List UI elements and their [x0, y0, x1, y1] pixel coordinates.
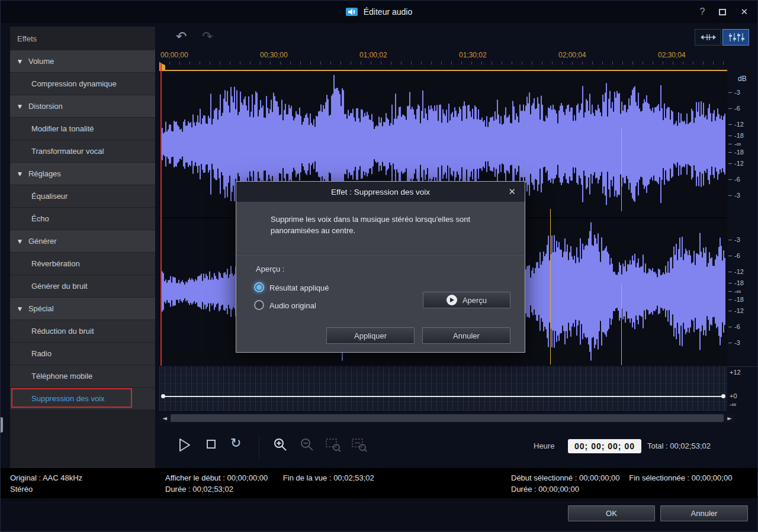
zoom-selection-icon	[325, 437, 342, 453]
close-button[interactable]: ✕	[740, 7, 748, 17]
play-icon	[178, 437, 191, 453]
volume-keyframe-start[interactable]	[161, 394, 165, 398]
sidebar-item-label: Compression dynamique	[31, 79, 117, 88]
sidebar-item-generer-du-bruit[interactable]: Générer du bruit	[10, 275, 155, 297]
zoom-fit-icon	[351, 437, 368, 453]
db-scale-label: -∞	[728, 288, 741, 295]
timeline-ruler[interactable]: 00;00;0000;30;0001;00;0201;30;0202;00;04…	[159, 49, 727, 65]
status-view-end: Fin de la vue : 00;02;53;02	[283, 473, 374, 482]
preview-button-label: Aperçu	[462, 296, 487, 305]
sidebar-item-distorsion[interactable]: ▼Distorsion	[10, 95, 155, 117]
stretch-view-button[interactable]	[695, 29, 721, 46]
sidebar-item-label: Générer du bruit	[31, 282, 88, 291]
cancel-button[interactable]: Annuler	[660, 505, 748, 521]
db-tick	[728, 272, 732, 272]
ruler-timestamp: 01;00;02	[359, 51, 387, 59]
dialog-cancel-button[interactable]: Annuler	[422, 327, 510, 344]
dialog-title: Effet : Suppression des voix	[331, 188, 430, 196]
sidebar-item-radio[interactable]: Radio	[10, 343, 155, 365]
ruler-timestamp: 00;30;00	[260, 51, 288, 59]
volume-scale-label: +12	[730, 369, 741, 376]
sidebar-item-reduction-du-bruit[interactable]: Réduction du bruit	[10, 320, 155, 342]
stop-button[interactable]	[207, 440, 216, 449]
sidebar-item-suppression-des-voix[interactable]: Suppression des voix	[10, 388, 155, 410]
loop-button[interactable]: ↻	[230, 436, 241, 450]
sidebar-item-equaliseur[interactable]: Équaliseur	[10, 185, 155, 207]
undo-button[interactable]: ↶	[176, 29, 187, 44]
volume-line[interactable]	[162, 396, 723, 397]
transport-divider	[259, 435, 259, 459]
app-icon	[346, 7, 359, 17]
zoom-fit-button[interactable]	[351, 437, 368, 453]
volume-keyframe-strip[interactable]	[159, 366, 727, 411]
sidebar-item-label: Écho	[31, 214, 49, 223]
volume-scale: +12+0-∞	[727, 366, 758, 411]
radio-applied-result-label[interactable]: Résultat appliqué	[269, 283, 329, 292]
sidebar-item-telephone-mobile[interactable]: Téléphone mobile	[10, 365, 155, 387]
ruler-timestamp: 02;00;04	[558, 51, 586, 59]
audio-editor-window: Éditeur audio ? ✕ Effets ▼VolumeCompress…	[0, 0, 758, 532]
radio-applied-result[interactable]	[254, 282, 264, 292]
status-selection-start: Début sélectionné : 00;00;00;00	[511, 473, 620, 482]
maximize-button[interactable]	[719, 9, 726, 15]
ok-button[interactable]: OK	[568, 505, 655, 521]
sidebar-item-echo[interactable]: Écho	[10, 208, 155, 230]
radio-original-audio[interactable]	[254, 300, 264, 310]
zoom-in-icon	[273, 437, 288, 453]
time-display[interactable]: 00; 00; 00; 00	[568, 439, 641, 453]
zoom-in-button[interactable]	[273, 437, 288, 453]
scroll-left-icon[interactable]: ◄	[159, 415, 170, 421]
effects-panel-title: Effets	[10, 27, 155, 50]
collapse-icon: ▼	[18, 171, 22, 177]
sidebar-item-special[interactable]: ▼Spécial	[10, 298, 155, 320]
scroll-right-icon[interactable]: ►	[724, 415, 735, 421]
sidebar-item-volume[interactable]: ▼Volume	[10, 50, 155, 72]
sidebar-item-reglages[interactable]: ▼Réglages	[10, 163, 155, 185]
apply-button[interactable]: Appliquer	[326, 327, 415, 344]
volume-scale-label: +0	[730, 392, 737, 399]
redo-button[interactable]: ↷	[202, 29, 213, 44]
dialog-close-button[interactable]: ✕	[508, 186, 516, 197]
sidebar-item-modifier-la-tonalite[interactable]: Modifier la tonalité	[10, 118, 155, 140]
mixer-view-button[interactable]	[722, 29, 749, 46]
sidebar-item-compression-dynamique[interactable]: Compression dynamique	[10, 73, 155, 95]
statusbar: Original : AAC 48kHz Stéréo Afficher le …	[1, 468, 758, 498]
db-scale-label: -3	[728, 89, 740, 96]
sidebar-item-generer[interactable]: ▼Générer	[10, 230, 155, 252]
db-scale-label: -12	[728, 307, 744, 314]
zoom-selection-button[interactable]	[325, 437, 342, 453]
db-tick	[728, 136, 732, 136]
help-button[interactable]: ?	[700, 7, 705, 17]
sidebar-item-transformateur-vocal[interactable]: Transformateur vocal	[10, 140, 155, 162]
horizontal-scrollbar[interactable]: ◄ ►	[159, 413, 735, 423]
dialog-titlebar[interactable]: Effet : Suppression des voix ✕	[236, 182, 525, 202]
db-scale-label: -3	[728, 236, 740, 243]
zoom-out-button[interactable]	[300, 437, 315, 453]
collapse-icon: ▼	[18, 104, 22, 109]
keyframe-marker	[621, 128, 622, 211]
db-scale-label: -18	[728, 132, 744, 139]
loop-icon: ↻	[230, 436, 241, 450]
db-scale-label: -18	[728, 149, 744, 156]
status-format: Original : AAC 48kHz	[10, 472, 82, 483]
db-scale-label: -3	[728, 192, 740, 199]
ruler-timestamp: 02;30;04	[658, 51, 686, 59]
clip-bar	[159, 65, 727, 71]
db-tick	[728, 108, 732, 109]
db-scale-label: -18	[728, 279, 744, 286]
ruler-ticks	[159, 62, 727, 65]
volume-keyframe-end[interactable]	[721, 394, 725, 398]
db-scale-label: -6	[728, 176, 740, 183]
playhead[interactable]	[160, 63, 162, 366]
db-tick	[728, 327, 732, 327]
db-scale-label: -18	[728, 296, 744, 303]
status-selection-end: Fin sélectionnée : 00;00;00;00	[629, 473, 732, 482]
scrollbar-thumb[interactable]	[171, 414, 724, 422]
preview-button[interactable]: Aperçu	[423, 292, 510, 308]
sidebar-item-reverberation[interactable]: Réverbération	[10, 253, 155, 275]
sidebar-item-label: Téléphone mobile	[31, 372, 92, 381]
view-mode-buttons	[695, 29, 749, 46]
radio-original-audio-label[interactable]: Audio original	[269, 301, 316, 310]
db-tick	[728, 179, 732, 180]
play-button[interactable]	[178, 437, 191, 453]
